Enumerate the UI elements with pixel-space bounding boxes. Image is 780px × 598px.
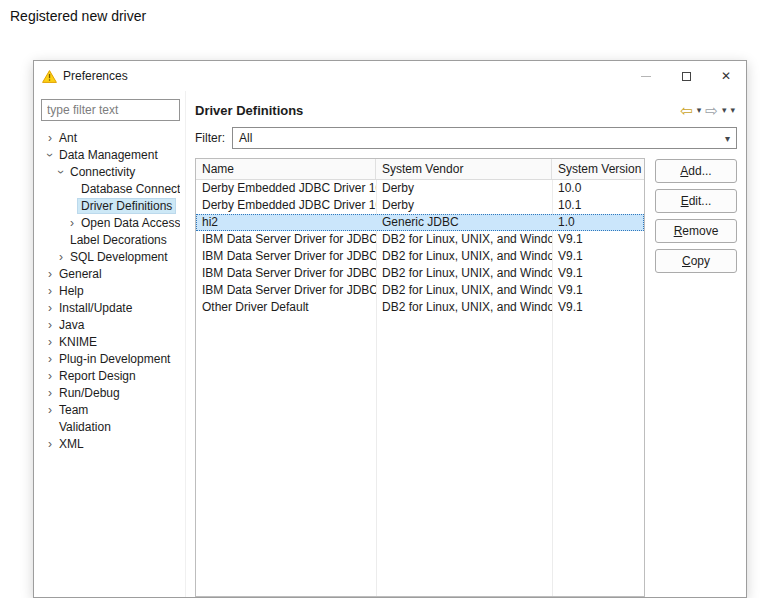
edit-button[interactable]: Edit... — [655, 189, 737, 213]
column-header-name[interactable]: Name ˆ — [196, 159, 376, 179]
sidebar-item-xml[interactable]: ›XML — [41, 435, 180, 452]
cell-vendor: DB2 for Linux, UNIX, and Windows — [376, 265, 552, 282]
sidebar-item-label: Validation — [56, 420, 114, 434]
sidebar-item-label: Plug-in Development — [56, 352, 173, 366]
close-button[interactable]: ✕ — [706, 61, 746, 91]
preferences-tree: ›Ant›Data Management›ConnectivityDatabas… — [41, 129, 180, 452]
sidebar-item-help[interactable]: ›Help — [41, 282, 180, 299]
column-header-version[interactable]: System Version — [552, 159, 644, 179]
table-row[interactable]: IBM Data Server Driver for JDBC an...DB2… — [196, 231, 644, 248]
chevron-right-icon[interactable]: › — [44, 302, 56, 314]
column-header-vendor[interactable]: System Vendor — [376, 159, 552, 179]
sidebar-item-knime[interactable]: ›KNIME — [41, 333, 180, 350]
cell-version: V9.1 — [552, 282, 644, 299]
cell-vendor: DB2 for Linux, UNIX, and Windows — [376, 231, 552, 248]
copy-button[interactable]: Copy — [655, 249, 737, 273]
add-button[interactable]: Add... — [655, 159, 737, 183]
chevron-right-icon[interactable]: › — [44, 336, 56, 348]
sidebar-item-driver-definitions[interactable]: Driver Definitions — [41, 197, 180, 214]
chevron-right-icon[interactable]: › — [55, 251, 67, 263]
table-row[interactable]: Other Driver DefaultDB2 for Linux, UNIX,… — [196, 299, 644, 316]
chevron-right-icon[interactable]: › — [44, 268, 56, 280]
page-title: Driver Definitions — [195, 103, 303, 118]
tree-filter-input[interactable] — [41, 99, 180, 121]
sidebar-item-run-debug[interactable]: ›Run/Debug — [41, 384, 180, 401]
view-menu-icon[interactable]: ▾ — [730, 106, 735, 115]
chevron-right-icon[interactable]: › — [44, 438, 56, 450]
cell-name: Other Driver Default — [196, 299, 376, 316]
content-area: Driver Definitions ⇦ ▾ ⇨ ▾ ▾ Filter: All… — [186, 91, 746, 597]
chevron-right-icon[interactable]: › — [44, 319, 56, 331]
cell-version: 10.0 — [552, 180, 644, 197]
cell-version: V9.1 — [552, 299, 644, 316]
sidebar-item-general[interactable]: ›General — [41, 265, 180, 282]
chevron-right-icon[interactable]: › — [44, 132, 56, 144]
sidebar-item-validation[interactable]: Validation — [41, 418, 180, 435]
sidebar: ›Ant›Data Management›ConnectivityDatabas… — [34, 91, 186, 597]
filter-label: Filter: — [195, 131, 225, 145]
forward-icon[interactable]: ⇨ — [705, 103, 718, 118]
sidebar-item-ant[interactable]: ›Ant — [41, 129, 180, 146]
sort-ascending-icon: ˆ — [284, 159, 287, 168]
back-dropdown-icon[interactable]: ▾ — [697, 106, 702, 115]
table-row[interactable]: hi2Generic JDBC1.0 — [196, 214, 644, 231]
sidebar-item-label: Connectivity — [67, 165, 138, 179]
column-header-vendor-label: System Vendor — [382, 162, 463, 176]
cell-version: V9.1 — [552, 231, 644, 248]
sidebar-item-open-data-access[interactable]: ›Open Data Access — [41, 214, 180, 231]
cell-name: IBM Data Server Driver for JDBC an... — [196, 231, 376, 248]
sidebar-item-java[interactable]: ›Java — [41, 316, 180, 333]
cell-version: V9.1 — [552, 248, 644, 265]
filter-combo[interactable]: All ▾ — [232, 127, 737, 149]
dialog-title: Preferences — [63, 69, 128, 83]
sidebar-item-label: Label Decorations — [67, 233, 170, 247]
forward-dropdown-icon[interactable]: ▾ — [722, 106, 727, 115]
table-row[interactable]: Derby Embedded JDBC Driver 10.1...Derby1… — [196, 197, 644, 214]
sidebar-item-report-design[interactable]: ›Report Design — [41, 367, 180, 384]
sidebar-item-label: General — [56, 267, 105, 281]
chevron-right-icon[interactable]: › — [44, 285, 56, 297]
sidebar-item-label: Data Management — [56, 148, 161, 162]
remove-button[interactable]: Remove — [655, 219, 737, 243]
sidebar-item-install-update[interactable]: ›Install/Update — [41, 299, 180, 316]
sidebar-item-sql-development[interactable]: ›SQL Development — [41, 248, 180, 265]
table-row[interactable]: IBM Data Server Driver for JDBC an...DB2… — [196, 265, 644, 282]
sidebar-item-label: Report Design — [56, 369, 139, 383]
back-icon[interactable]: ⇦ — [680, 103, 693, 118]
maximize-button[interactable] — [666, 61, 706, 91]
titlebar[interactable]: Preferences ✕ — [34, 61, 746, 91]
filter-combo-value: All — [239, 131, 252, 145]
chevron-down-icon[interactable]: › — [55, 166, 67, 178]
sidebar-item-data-management[interactable]: ›Data Management — [41, 146, 180, 163]
minimize-button[interactable] — [626, 61, 666, 91]
chevron-down-icon[interactable]: › — [44, 149, 56, 161]
chevron-right-icon[interactable]: › — [66, 217, 78, 229]
sidebar-item-label-decorations[interactable]: Label Decorations — [41, 231, 180, 248]
cell-vendor: Derby — [376, 180, 552, 197]
sidebar-item-plug-in-development[interactable]: ›Plug-in Development — [41, 350, 180, 367]
sidebar-item-label: SQL Development — [67, 250, 171, 264]
sidebar-item-label: Ant — [56, 131, 80, 145]
sidebar-item-label: XML — [56, 437, 87, 451]
sidebar-item-team[interactable]: ›Team — [41, 401, 180, 418]
chevron-right-icon[interactable]: › — [44, 353, 56, 365]
table-row[interactable]: IBM Data Server Driver for JDBC an...DB2… — [196, 248, 644, 265]
sidebar-item-label: Java — [56, 318, 87, 332]
table-row[interactable]: Derby Embedded JDBC Driver 10.0...Derby1… — [196, 180, 644, 197]
cell-version: 1.0 — [552, 214, 644, 231]
filter-row: Filter: All ▾ — [195, 127, 737, 149]
page-caption: Registered new driver — [10, 8, 146, 24]
preferences-dialog: Preferences ✕ ›Ant›Data Management›Conne… — [33, 60, 747, 598]
cell-vendor: Derby — [376, 197, 552, 214]
cell-name: IBM Data Server Driver for JDBC an... — [196, 282, 376, 299]
table-row[interactable]: IBM Data Server Driver for JDBC an...DB2… — [196, 282, 644, 299]
cell-name: IBM Data Server Driver for JDBC an... — [196, 248, 376, 265]
sidebar-item-database-connectic[interactable]: Database Connectic — [41, 180, 180, 197]
chevron-right-icon[interactable]: › — [44, 370, 56, 382]
cell-vendor: DB2 for Linux, UNIX, and Windows — [376, 299, 552, 316]
table-body: Derby Embedded JDBC Driver 10.0...Derby1… — [196, 180, 644, 316]
minimize-icon — [641, 76, 651, 77]
chevron-right-icon[interactable]: › — [44, 387, 56, 399]
chevron-right-icon[interactable]: › — [44, 404, 56, 416]
sidebar-item-connectivity[interactable]: ›Connectivity — [41, 163, 180, 180]
